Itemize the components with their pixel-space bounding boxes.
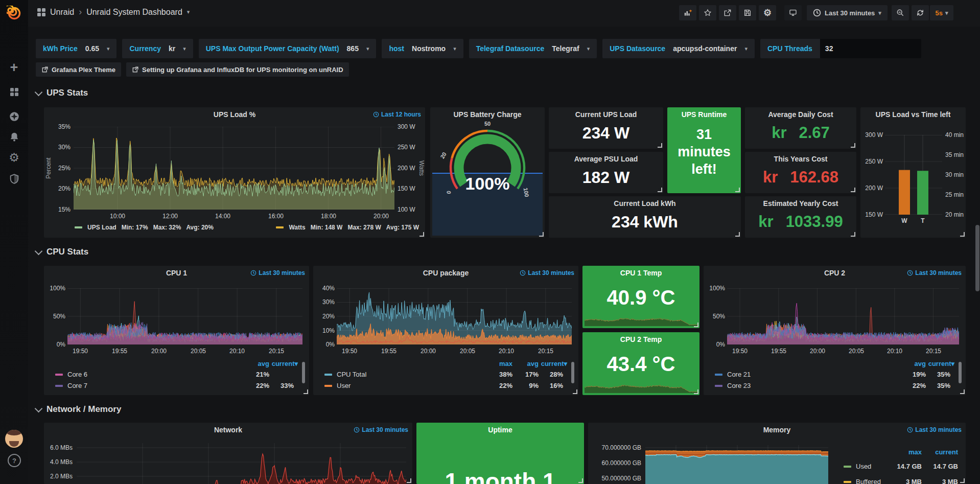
temp-sparkline bbox=[585, 380, 697, 393]
settings-button[interactable]: ⚙ bbox=[759, 5, 776, 20]
share-button[interactable] bbox=[719, 5, 736, 20]
variable-value[interactable]: Nostromo bbox=[412, 44, 446, 53]
variable-label: Telegraf Datasource bbox=[476, 44, 545, 53]
star-icon bbox=[704, 9, 712, 17]
panel-time-range[interactable]: Last 30 minutes bbox=[354, 426, 408, 433]
variable-currency[interactable]: Currency kr ▾ bbox=[122, 39, 193, 58]
panel-title[interactable]: UPS Load vs Time left bbox=[860, 110, 966, 119]
panel-title[interactable]: Uptime bbox=[416, 426, 584, 434]
save-button[interactable] bbox=[739, 5, 756, 20]
user-avatar[interactable] bbox=[5, 430, 23, 448]
breadcrumb-root[interactable]: Unraid bbox=[50, 8, 74, 17]
variable-host[interactable]: host Nostromo ▾ bbox=[382, 39, 463, 58]
series-name[interactable]: Watts bbox=[289, 224, 305, 231]
panel-title[interactable]: CPU 2 Temp bbox=[582, 335, 699, 343]
x-tick: 19:50 bbox=[338, 348, 361, 355]
dashboards-icon[interactable] bbox=[0, 82, 28, 102]
legend-col-max[interactable]: max bbox=[891, 448, 922, 456]
legend-col-current[interactable]: current▾ bbox=[921, 360, 954, 367]
cpu-threads-input[interactable]: 32 bbox=[820, 39, 921, 58]
variable-kwh-price[interactable]: kWh Price 0.65 ▾ bbox=[36, 39, 116, 58]
variable-value[interactable]: kr bbox=[169, 44, 175, 53]
series-name[interactable]: Core 21 bbox=[727, 371, 751, 378]
panel-time-range[interactable]: Last 30 minutes bbox=[907, 426, 962, 433]
share-icon bbox=[724, 9, 732, 17]
variable-value[interactable]: 0.65 bbox=[85, 44, 99, 53]
variable-ups-datasource[interactable]: UPS Datasource apcupsd-container ▾ bbox=[602, 39, 755, 58]
create-icon[interactable]: + bbox=[0, 57, 28, 78]
add-panel-button[interactable] bbox=[679, 5, 696, 20]
x-tick: 20:10 bbox=[226, 348, 248, 355]
breadcrumb-current[interactable]: Unraid System Dashboard bbox=[86, 8, 182, 17]
star-button[interactable] bbox=[699, 5, 716, 20]
y-tick: 25 min bbox=[945, 191, 966, 198]
chevron-down-icon[interactable]: ▾ bbox=[187, 9, 190, 15]
series-name[interactable]: UPS Load bbox=[87, 224, 116, 231]
panel-title[interactable]: Average Daily Cost bbox=[745, 110, 856, 119]
legend-col-current[interactable]: current bbox=[924, 448, 958, 456]
legend-col-current[interactable]: current▾ bbox=[533, 360, 567, 367]
panel-title[interactable]: UPS Runtime bbox=[667, 110, 741, 119]
panel-average-psu-load: Average PSU Load 182 W bbox=[549, 152, 663, 193]
server-admin-shield-icon[interactable] bbox=[0, 169, 28, 189]
legend-item-watts[interactable]: Watts Min: 148 W Max: 278 W Avg: 175 W bbox=[276, 224, 419, 231]
alerting-bell-icon[interactable] bbox=[0, 127, 28, 147]
panel-time-range[interactable]: Last 30 minutes bbox=[520, 269, 574, 276]
series-current: 35% bbox=[924, 382, 950, 389]
grafana-logo[interactable] bbox=[0, 3, 28, 24]
configuration-gear-icon[interactable]: ⚙ bbox=[0, 147, 28, 168]
legend-col-max[interactable]: max bbox=[487, 360, 512, 367]
link-grafana-plex-theme[interactable]: Grafana Plex Theme bbox=[36, 62, 121, 77]
series-swatch bbox=[324, 385, 332, 387]
help-icon[interactable]: ? bbox=[8, 454, 21, 467]
section-cpu-stats[interactable]: CPU Stats bbox=[36, 247, 88, 257]
panel-time-range[interactable]: Last 12 hours bbox=[373, 111, 421, 118]
clock-icon bbox=[907, 270, 913, 276]
series-name[interactable]: Core 7 bbox=[67, 382, 87, 389]
time-range-picker[interactable]: Last 30 minutes ▾ bbox=[807, 5, 888, 20]
series-name[interactable]: Used bbox=[856, 463, 871, 470]
refresh-interval-picker[interactable]: 5s ▾ bbox=[930, 5, 953, 20]
zoom-out-button[interactable] bbox=[892, 5, 909, 20]
series-max: Max: 278 W bbox=[347, 224, 381, 231]
page-scrollbar[interactable] bbox=[975, 0, 979, 484]
variable-value[interactable]: Telegraf bbox=[552, 44, 579, 53]
series-name[interactable]: Core 6 bbox=[67, 371, 87, 378]
legend-scrollbar[interactable] bbox=[959, 362, 962, 383]
series-name[interactable]: Core 23 bbox=[727, 382, 751, 389]
dashboard-grid-icon[interactable] bbox=[37, 8, 45, 16]
add-panel-icon bbox=[684, 9, 692, 17]
panel-title[interactable]: CPU 1 Temp bbox=[582, 269, 699, 277]
panel-title[interactable]: Current Load kWh bbox=[549, 199, 741, 208]
panel-time-range[interactable]: Last 30 minutes bbox=[907, 269, 962, 276]
panel-time-range[interactable]: Last 30 minutes bbox=[250, 269, 305, 276]
legend-col-current[interactable]: current▾ bbox=[264, 360, 298, 367]
section-network-memory[interactable]: Network / Memory bbox=[36, 404, 121, 414]
ups-load-chart bbox=[74, 127, 394, 210]
section-ups-stats[interactable]: UPS Stats bbox=[36, 88, 88, 98]
link-ups-monitoring-guide[interactable]: Setting up Grafana and InfluxDB for UPS … bbox=[126, 62, 349, 77]
currency-amount: 1033.99 bbox=[786, 213, 843, 231]
panel-title[interactable]: Average PSU Load bbox=[549, 155, 663, 163]
scrollbar-thumb[interactable] bbox=[975, 225, 979, 291]
series-name[interactable]: User bbox=[337, 382, 351, 389]
external-link-icon bbox=[41, 66, 48, 73]
x-tick: 19:50 bbox=[69, 348, 91, 355]
legend-scrollbar[interactable] bbox=[302, 362, 305, 383]
panel-title[interactable]: Estimated Yearly Cost bbox=[745, 199, 856, 208]
series-name[interactable]: Buffered bbox=[856, 478, 881, 484]
refresh-button[interactable] bbox=[912, 5, 929, 20]
variable-ups-max-output[interactable]: UPS Max Output Power Capacity (Watt) 865… bbox=[199, 39, 377, 58]
panel-title[interactable]: Current UPS Load bbox=[549, 110, 663, 119]
series-name[interactable]: CPU Total bbox=[337, 371, 366, 378]
legend-scrollbar[interactable] bbox=[571, 362, 574, 383]
variable-value[interactable]: apcupsd-container bbox=[673, 44, 737, 53]
explore-icon[interactable] bbox=[0, 106, 28, 127]
panel-title[interactable]: UPS Battery Charge bbox=[430, 110, 545, 119]
variable-value[interactable]: 865 bbox=[347, 44, 359, 53]
panel-title[interactable]: This Years Cost bbox=[745, 155, 856, 163]
variable-telegraf-datasource[interactable]: Telegraf Datasource Telegraf ▾ bbox=[469, 39, 597, 58]
panel-title[interactable]: UPS Load % bbox=[44, 110, 425, 119]
legend-item-ups-load[interactable]: UPS Load Min: 17% Max: 32% Avg: 20% bbox=[75, 224, 214, 231]
cycle-view-button[interactable] bbox=[784, 5, 802, 20]
